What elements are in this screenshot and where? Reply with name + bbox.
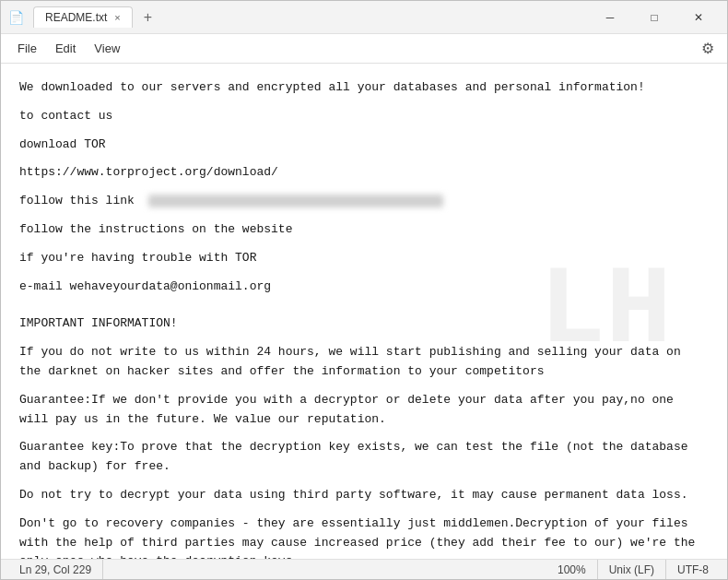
window-controls: ─ □ ✕ (589, 3, 720, 32)
minimize-button[interactable]: ─ (589, 3, 631, 32)
active-tab[interactable]: README.txt × (33, 6, 133, 28)
text-body: We downloaded to our servers and encrypt… (19, 78, 709, 559)
edit-menu[interactable]: Edit (46, 38, 85, 59)
settings-icon[interactable]: ⚙ (701, 40, 720, 58)
redacted-link (148, 195, 443, 207)
line-7: if you're having trouble with TOR (19, 249, 709, 268)
line-8: e-mail wehaveyourdata@onionmail.org (19, 278, 709, 297)
zoom-level: 100% (546, 560, 598, 579)
line-2: to contact us (19, 107, 709, 126)
title-bar: 📄 README.txt × + ─ □ ✕ (1, 1, 727, 34)
title-bar-left: 📄 README.txt × + (8, 6, 589, 28)
close-button[interactable]: ✕ (677, 3, 720, 32)
line-13: Do not try to decrypt your data using th… (19, 486, 709, 505)
text-editor-content[interactable]: LH We downloaded to our servers and encr… (1, 64, 727, 559)
line-14: Don't go to recovery companies - they ar… (19, 515, 709, 559)
encoding: UTF-8 (666, 560, 720, 579)
notepad-window: 📄 README.txt × + ─ □ ✕ File Edit View ⚙ … (0, 0, 728, 580)
line-5: follow this link (19, 192, 709, 211)
line-3: download TOR (19, 136, 709, 155)
line-1: We downloaded to our servers and encrypt… (19, 78, 709, 98)
view-menu[interactable]: View (85, 38, 129, 59)
line-4: https://www.torproject.org/download/ (19, 163, 709, 183)
cursor-position: Ln 29, Col 229 (8, 560, 103, 579)
new-tab-button[interactable]: + (138, 7, 158, 28)
line-10: If you do not write to us within 24 hour… (19, 343, 709, 382)
status-bar: Ln 29, Col 229 100% Unix (LF) UTF-8 (1, 559, 727, 579)
line-6: follow the instructions on the website (19, 220, 709, 240)
maximize-button[interactable]: □ (633, 3, 675, 32)
menu-bar: File Edit View ⚙ (1, 34, 727, 64)
app-icon: 📄 (8, 10, 24, 25)
file-menu[interactable]: File (8, 38, 46, 59)
line-9: IMPORTANT INFORMATION! (19, 314, 709, 334)
settings-area: ⚙ (701, 40, 720, 58)
tab-label: README.txt (45, 11, 107, 24)
line-12: Guarantee key:To prove that the decrypti… (19, 438, 709, 477)
line-ending: Unix (LF) (598, 560, 666, 579)
tab-close-button[interactable]: × (114, 12, 120, 23)
line-11: Guarantee:If we don't provide you with a… (19, 391, 709, 430)
